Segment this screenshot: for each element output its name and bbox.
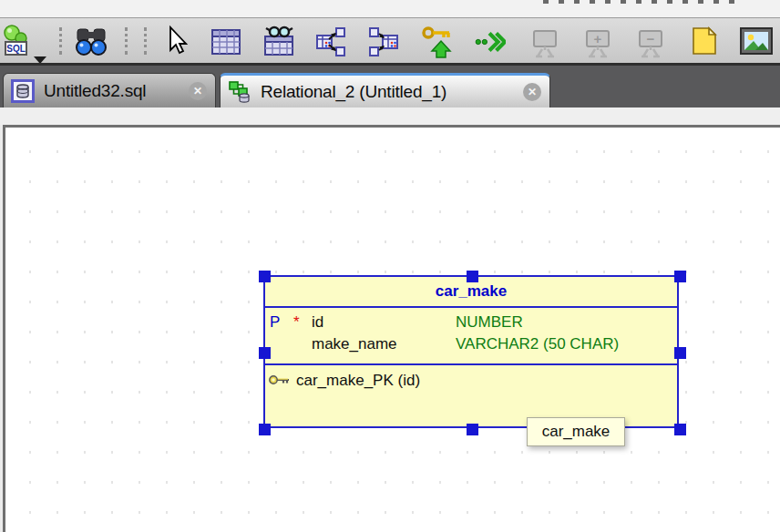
tab-relational-2[interactable]: Relational_2 (Untitled_1) ✕ bbox=[220, 73, 550, 107]
display-icon[interactable] bbox=[531, 27, 559, 58]
new-foreign-key-icon[interactable] bbox=[421, 25, 454, 59]
toolbar-separator bbox=[144, 27, 147, 55]
note-icon[interactable] bbox=[692, 26, 717, 56]
selection-handle-bottom-left[interactable] bbox=[259, 424, 271, 435]
primary-key-label: car_make_PK (id) bbox=[296, 372, 420, 390]
svg-text:+: + bbox=[594, 31, 602, 46]
svg-text:SQL: SQL bbox=[6, 44, 26, 54]
find-icon[interactable] bbox=[75, 26, 108, 57]
window-title-clipped bbox=[543, 0, 742, 4]
engineer-forward-icon[interactable] bbox=[475, 30, 506, 54]
tab-close-icon[interactable]: ✕ bbox=[189, 82, 207, 100]
tab-label: Untitled32.sql bbox=[44, 81, 146, 101]
editor-tabbar: Untitled32.sql ✕ Relational_2 (Untitled_… bbox=[0, 63, 780, 107]
new-view-icon[interactable] bbox=[262, 26, 295, 56]
entity-tooltip: car_make bbox=[527, 417, 625, 446]
display-add-icon[interactable]: + bbox=[584, 27, 611, 58]
app-window: SQL bbox=[0, 0, 780, 532]
toolbar-separator bbox=[125, 27, 128, 55]
relational-diagram-icon bbox=[228, 80, 251, 104]
primary-key-icon bbox=[268, 373, 292, 386]
column-name: id bbox=[312, 312, 323, 332]
selection-handle-top-center[interactable] bbox=[467, 271, 478, 282]
toolbar-separator bbox=[59, 27, 62, 55]
entity-columns-section: P * id NUMBER make_name VARCHAR2 (50 CHA… bbox=[265, 308, 677, 365]
selection-handle-bottom-right[interactable] bbox=[674, 424, 686, 435]
selection-handle-top-right[interactable] bbox=[674, 271, 686, 282]
new-sql-worksheet-icon[interactable]: SQL bbox=[2, 24, 29, 58]
selection-handle-top-left[interactable] bbox=[259, 271, 271, 282]
selection-handle-middle-right[interactable] bbox=[674, 347, 686, 359]
selection-handle-middle-left[interactable] bbox=[259, 347, 271, 359]
column-row: make_name VARCHAR2 (50 CHAR) bbox=[265, 334, 677, 354]
column-type: NUMBER bbox=[456, 312, 523, 332]
svg-text:−: − bbox=[647, 31, 655, 46]
tab-label: Relational_2 (Untitled_1) bbox=[261, 82, 446, 102]
merge-tables-icon[interactable] bbox=[368, 26, 399, 57]
entity-car-make[interactable]: car_make P * id NUMBER make_name VARCHAR… bbox=[263, 275, 679, 428]
column-name: make_name bbox=[312, 334, 397, 354]
pk-flag: P bbox=[270, 312, 280, 332]
diagram-canvas[interactable]: car_make P * id NUMBER make_name VARCHAR… bbox=[3, 125, 780, 532]
image-icon[interactable] bbox=[740, 27, 773, 55]
selection-handle-bottom-center[interactable] bbox=[467, 424, 478, 435]
split-table-icon[interactable] bbox=[315, 26, 346, 57]
main-toolbar: SQL bbox=[0, 18, 780, 63]
window-titlebar bbox=[0, 0, 780, 18]
new-table-icon[interactable] bbox=[211, 28, 241, 56]
canvas-frame: car_make P * id NUMBER make_name VARCHAR… bbox=[0, 125, 780, 532]
editor-substrip bbox=[0, 107, 780, 125]
column-type: VARCHAR2 (50 CHAR) bbox=[456, 334, 619, 354]
mandatory-star: * bbox=[293, 312, 300, 332]
select-cursor-icon[interactable] bbox=[162, 25, 188, 57]
column-row: P * id NUMBER bbox=[265, 312, 677, 332]
tab-untitled32-sql[interactable]: Untitled32.sql ✕ bbox=[3, 73, 216, 107]
tab-close-icon[interactable]: ✕ bbox=[523, 83, 541, 101]
display-remove-icon[interactable]: − bbox=[637, 27, 664, 58]
sql-file-icon bbox=[11, 79, 35, 103]
